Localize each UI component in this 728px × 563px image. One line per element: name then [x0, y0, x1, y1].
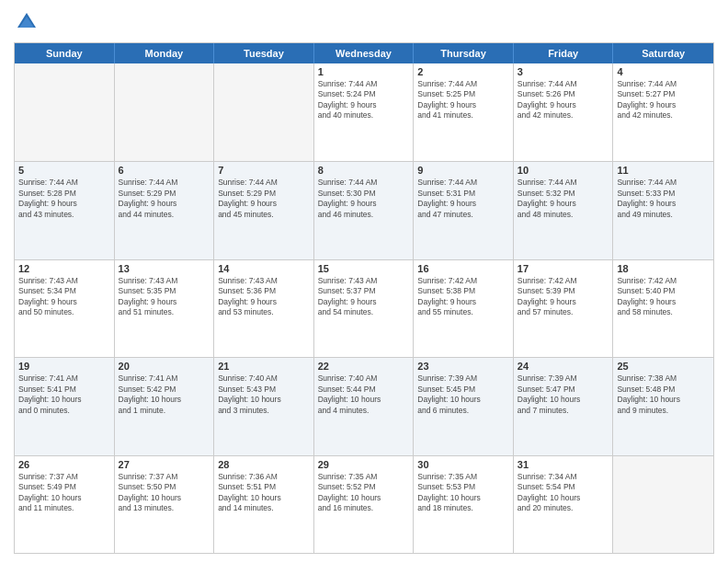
cell-line: Sunrise: 7:42 AM	[518, 276, 609, 286]
day-number: 31	[518, 459, 609, 470]
calendar-cell: 16Sunrise: 7:42 AMSunset: 5:38 PMDayligh…	[414, 260, 514, 357]
calendar-row: 19Sunrise: 7:41 AMSunset: 5:41 PMDayligh…	[15, 357, 713, 454]
cell-line: Sunrise: 7:39 AM	[417, 373, 509, 384]
cell-line: Sunrise: 7:44 AM	[318, 178, 410, 188]
cell-line: Sunset: 5:48 PM	[617, 385, 710, 395]
day-number: 12	[18, 263, 110, 274]
cell-line: Sunrise: 7:38 AM	[617, 373, 710, 384]
calendar-row: 26Sunrise: 7:37 AMSunset: 5:49 PMDayligh…	[15, 455, 713, 553]
cell-line: Sunrise: 7:36 AM	[218, 472, 310, 482]
cell-line: and 50 minutes.	[18, 307, 110, 317]
cell-line: and 1 minute.	[119, 406, 210, 416]
calendar-cell: 28Sunrise: 7:36 AMSunset: 5:51 PMDayligh…	[214, 456, 314, 553]
cell-line: Sunrise: 7:44 AM	[617, 178, 710, 188]
cell-line: Daylight: 10 hours	[318, 395, 410, 405]
calendar-cell: 1Sunrise: 7:44 AMSunset: 5:24 PMDaylight…	[314, 63, 415, 161]
logo	[14, 9, 43, 35]
cell-line: Sunset: 5:39 PM	[518, 286, 609, 296]
header-day: Monday	[115, 43, 215, 63]
cell-line: Daylight: 10 hours	[119, 493, 210, 503]
cell-line: Sunrise: 7:42 AM	[417, 276, 509, 286]
calendar-cell: 5Sunrise: 7:44 AMSunset: 5:28 PMDaylight…	[15, 162, 115, 259]
calendar-cell: 31Sunrise: 7:34 AMSunset: 5:54 PMDayligh…	[514, 456, 614, 553]
cell-line: Sunrise: 7:41 AM	[119, 373, 210, 384]
cell-line: and 58 minutes.	[617, 307, 710, 317]
cell-line: and 40 minutes.	[318, 110, 410, 121]
cell-line: Sunset: 5:26 PM	[518, 89, 609, 99]
cell-line: Sunrise: 7:44 AM	[218, 178, 310, 188]
calendar-cell	[115, 63, 215, 161]
cell-line: Sunrise: 7:44 AM	[518, 178, 609, 188]
cell-line: and 48 minutes.	[518, 210, 609, 220]
cell-line: Sunset: 5:25 PM	[417, 89, 509, 99]
cell-line: Daylight: 10 hours	[518, 493, 609, 503]
day-number: 1	[318, 66, 410, 77]
cell-line: and 16 minutes.	[318, 503, 410, 513]
cell-line: Sunset: 5:54 PM	[518, 482, 609, 492]
cell-line: Sunset: 5:29 PM	[119, 189, 210, 199]
day-number: 2	[417, 66, 509, 77]
cell-line: and 6 minutes.	[417, 406, 509, 416]
cell-line: and 44 minutes.	[119, 210, 210, 220]
cell-line: Daylight: 9 hours	[318, 199, 410, 209]
header-day: Wednesday	[314, 43, 415, 63]
cell-line: Daylight: 10 hours	[417, 493, 509, 503]
header-day: Tuesday	[214, 43, 314, 63]
calendar-cell: 3Sunrise: 7:44 AMSunset: 5:26 PMDaylight…	[514, 63, 614, 161]
calendar-cell: 13Sunrise: 7:43 AMSunset: 5:35 PMDayligh…	[115, 260, 215, 357]
cell-line: Daylight: 9 hours	[119, 297, 210, 307]
calendar-cell: 26Sunrise: 7:37 AMSunset: 5:49 PMDayligh…	[15, 456, 115, 553]
calendar-cell	[214, 63, 314, 161]
cell-line: and 42 minutes.	[617, 110, 710, 121]
calendar-row: 12Sunrise: 7:43 AMSunset: 5:34 PMDayligh…	[15, 259, 713, 357]
cell-line: and 11 minutes.	[18, 503, 110, 513]
cell-line: and 45 minutes.	[218, 210, 310, 220]
day-number: 5	[18, 165, 110, 176]
cell-line: and 4 minutes.	[318, 406, 410, 416]
cell-line: Daylight: 9 hours	[218, 199, 310, 209]
calendar-cell	[613, 456, 713, 553]
calendar-header: SundayMondayTuesdayWednesdayThursdayFrid…	[15, 43, 713, 63]
cell-line: and 14 minutes.	[218, 503, 310, 513]
cell-line: Sunset: 5:51 PM	[218, 482, 310, 492]
cell-line: Daylight: 10 hours	[617, 395, 710, 405]
cell-line: Sunset: 5:43 PM	[218, 385, 310, 395]
calendar-cell: 17Sunrise: 7:42 AMSunset: 5:39 PMDayligh…	[514, 260, 614, 357]
cell-line: Daylight: 9 hours	[318, 100, 410, 110]
cell-line: Sunset: 5:53 PM	[417, 482, 509, 492]
cell-line: and 9 minutes.	[617, 406, 710, 416]
cell-line: Sunrise: 7:44 AM	[417, 178, 509, 188]
cell-line: Sunrise: 7:43 AM	[318, 276, 410, 286]
calendar-cell: 10Sunrise: 7:44 AMSunset: 5:32 PMDayligh…	[514, 162, 614, 259]
cell-line: Sunset: 5:34 PM	[18, 286, 110, 296]
calendar-cell: 4Sunrise: 7:44 AMSunset: 5:27 PMDaylight…	[613, 63, 713, 161]
calendar-cell: 15Sunrise: 7:43 AMSunset: 5:37 PMDayligh…	[314, 260, 415, 357]
day-number: 28	[218, 459, 310, 470]
day-number: 25	[617, 361, 710, 372]
cell-line: Daylight: 10 hours	[18, 493, 110, 503]
calendar-cell: 27Sunrise: 7:37 AMSunset: 5:50 PMDayligh…	[115, 456, 215, 553]
cell-line: Sunrise: 7:44 AM	[617, 79, 710, 89]
calendar-row: 1Sunrise: 7:44 AMSunset: 5:24 PMDaylight…	[15, 63, 713, 161]
calendar-body: 1Sunrise: 7:44 AMSunset: 5:24 PMDaylight…	[15, 63, 713, 553]
day-number: 17	[518, 263, 609, 274]
cell-line: and 53 minutes.	[218, 307, 310, 317]
calendar-cell: 19Sunrise: 7:41 AMSunset: 5:41 PMDayligh…	[15, 358, 115, 454]
day-number: 6	[119, 165, 210, 176]
cell-line: Sunset: 5:24 PM	[318, 89, 410, 99]
calendar-cell: 12Sunrise: 7:43 AMSunset: 5:34 PMDayligh…	[15, 260, 115, 357]
cell-line: Sunset: 5:50 PM	[119, 482, 210, 492]
day-number: 19	[18, 361, 110, 372]
day-number: 4	[617, 66, 710, 77]
cell-line: Daylight: 9 hours	[417, 199, 509, 209]
cell-line: Sunrise: 7:40 AM	[318, 373, 410, 384]
cell-line: and 55 minutes.	[417, 307, 509, 317]
cell-line: Sunrise: 7:44 AM	[518, 79, 609, 89]
calendar-cell: 2Sunrise: 7:44 AMSunset: 5:25 PMDaylight…	[414, 63, 514, 161]
cell-line: Daylight: 9 hours	[617, 297, 710, 307]
cell-line: and 47 minutes.	[417, 210, 509, 220]
day-number: 21	[218, 361, 310, 372]
day-number: 10	[518, 165, 609, 176]
cell-line: Sunrise: 7:44 AM	[18, 178, 110, 188]
cell-line: Sunrise: 7:34 AM	[518, 472, 609, 482]
